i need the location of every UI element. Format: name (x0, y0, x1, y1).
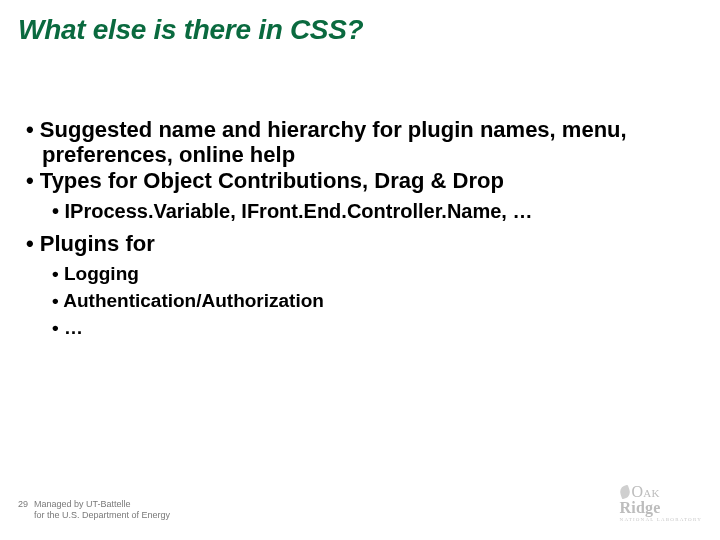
footer: 29Managed by UT-Battelle for the U.S. De… (18, 499, 170, 520)
slide-body: Suggested name and hierarchy for plugin … (26, 118, 680, 339)
bullet-lvl2: … (26, 317, 680, 338)
leaf-icon (618, 485, 632, 500)
logo-sub: NATIONAL LABORATORY (620, 517, 702, 522)
footer-line2: for the U.S. Department of Energy (18, 510, 170, 520)
logo-oak: Oak (632, 483, 660, 500)
footer-line1: Managed by UT-Battelle (34, 499, 131, 509)
bullet-lvl1: Types for Object Contributions, Drag & D… (26, 169, 680, 194)
bullet-lvl1: Plugins for (26, 232, 680, 257)
slide: What else is there in CSS? Suggested nam… (0, 0, 720, 540)
bullet-lvl2: IProcess.Variable, IFront.End.Controller… (26, 200, 680, 222)
page-number: 29 (18, 499, 34, 509)
bullet-lvl1: Suggested name and hierarchy for plugin … (26, 118, 680, 167)
oak-ridge-logo: Oak Ridge NATIONAL LABORATORY (620, 484, 702, 522)
slide-title: What else is there in CSS? (18, 14, 363, 46)
bullet-lvl2: Logging (26, 263, 680, 284)
logo-ridge: Ridge (620, 499, 661, 516)
bullet-lvl2: Authentication/Authorization (26, 290, 680, 311)
